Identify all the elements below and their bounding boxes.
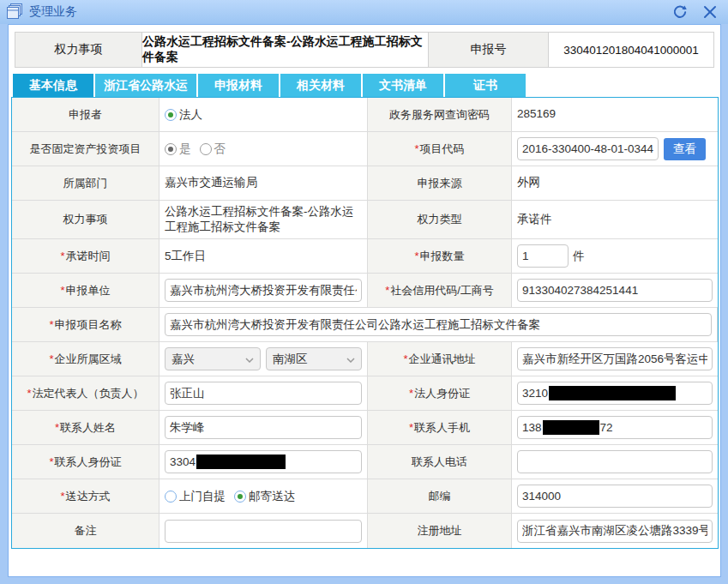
label-text-gov-service-query-password: 政务服务网查询密码: [389, 107, 490, 123]
value-application-source: 外网: [512, 166, 718, 200]
value-enterprise-region: 嘉兴南湖区: [159, 342, 368, 376]
social-credit-code-input[interactable]: [517, 279, 713, 302]
label-text-contact-mobile: 联系人手机: [414, 420, 470, 436]
contact-mobile-visible-text: 138: [522, 421, 542, 434]
tab-document-list[interactable]: 文书清单: [363, 74, 443, 97]
radio-circle-icon: [165, 491, 177, 503]
power-type-text: 承诺件: [517, 212, 552, 227]
radio-circle-icon: [234, 491, 246, 503]
header-row: 权力事项 公路水运工程招标文件备案-公路水运工程施工招标文件备案 申报号 330…: [15, 32, 714, 68]
label-text-fixed-asset-investment-project: 是否固定资产投资项目: [30, 141, 141, 157]
form-row: *企业所属区域嘉兴南湖区*企业通讯地址: [12, 342, 718, 376]
department-text: 嘉兴市交通运输局: [165, 175, 257, 190]
contact-id-visible-text: 3304: [170, 455, 196, 468]
delivery-method-radio-0[interactable]: 上门自提: [165, 489, 226, 504]
required-asterisk: *: [49, 455, 53, 468]
form-row: *联系人姓名*联系人手机13872: [12, 411, 718, 445]
project-code-input[interactable]: [517, 137, 659, 160]
project-code-view-button[interactable]: 查看: [664, 138, 706, 160]
contact-mobile-visible-text: 72: [600, 421, 613, 434]
tab-application-materials[interactable]: 申报材料: [198, 74, 279, 97]
value-contact-name: [159, 411, 368, 444]
legal-person-id-input[interactable]: 3210: [517, 382, 713, 405]
form-row: *申报项目名称: [12, 308, 718, 342]
value-remarks: [159, 514, 368, 548]
enterprise-region-select-0[interactable]: 嘉兴: [165, 347, 261, 370]
value-power-type: 承诺件: [512, 201, 718, 238]
label-enterprise-region: *企业所属区域: [12, 342, 159, 376]
label-text-contact-id: 联系人身份证: [55, 455, 122, 470]
applicant-type-radio-0[interactable]: 法人: [165, 107, 202, 123]
titlebar: 受理业务: [0, 0, 728, 24]
value-legal-person-id: 3210: [512, 376, 718, 410]
application-no-value: 330401201804041000001: [549, 33, 713, 67]
value-application-quantity: 件: [512, 239, 718, 273]
label-text-power-item: 权力事项: [63, 212, 108, 227]
application-no-label: 申报号: [429, 33, 549, 67]
contact-name-input[interactable]: [165, 416, 362, 439]
required-asterisk: *: [409, 421, 413, 434]
label-application-project-name: *申报项目名称: [12, 308, 159, 341]
delivery-method-radio-label-1: 邮寄送达: [249, 489, 295, 504]
legal-representative-input[interactable]: [165, 382, 362, 405]
postal-code-input[interactable]: [517, 485, 713, 508]
label-applicant-type: 申报者: [12, 98, 159, 131]
required-asterisk: *: [49, 352, 53, 365]
remarks-input[interactable]: [165, 520, 362, 543]
label-power-type: 权力类型: [368, 201, 512, 238]
required-asterisk: *: [60, 250, 64, 262]
label-legal-person-id: *法人身份证: [368, 376, 512, 410]
label-text-enterprise-mailing-address: 企业通讯地址: [409, 352, 476, 367]
label-gov-service-query-password: 政务服务网查询密码: [368, 98, 512, 131]
required-asterisk: *: [403, 352, 407, 365]
applicant-unit-input[interactable]: [165, 279, 362, 302]
label-text-legal-representative: 法定代表人（负责人）: [33, 386, 144, 401]
tab-bar: 基本信息浙江省公路水运申报材料相关材料文书清单证书: [13, 74, 720, 97]
label-text-department: 所属部门: [63, 176, 108, 191]
application-quantity-input[interactable]: [517, 244, 569, 268]
label-fixed-asset-investment-project: 是否固定资产投资项目: [12, 132, 159, 166]
enterprise-region-select-1[interactable]: 南湖区: [266, 347, 362, 370]
legal-person-id-visible-text: 3210: [522, 387, 548, 400]
required-asterisk: *: [414, 142, 418, 155]
label-application-quantity: *申报数量: [368, 239, 512, 273]
label-text-registered-address: 注册地址: [418, 523, 462, 539]
form-row: 权力事项公路水运工程招标文件备案-公路水运工程施工招标文件备案权力类型承诺件: [12, 201, 718, 239]
refresh-button[interactable]: [671, 3, 689, 21]
label-text-applicant-unit: 申报单位: [66, 283, 111, 298]
window-actions: [671, 3, 718, 21]
required-asterisk: *: [385, 284, 389, 297]
tab-basic-info[interactable]: 基本信息: [13, 74, 93, 97]
contact-id-input[interactable]: 3304: [165, 450, 362, 473]
radio-circle-icon: [165, 143, 177, 155]
label-department: 所属部门: [12, 166, 159, 200]
label-legal-representative: *法定代表人（负责人）: [12, 376, 159, 410]
application-quantity-unit-label: 件: [573, 249, 585, 264]
label-enterprise-mailing-address: *企业通讯地址: [368, 342, 512, 376]
label-text-application-project-name: 申报项目名称: [55, 317, 122, 333]
tab-related-materials[interactable]: 相关材料: [280, 74, 361, 97]
contact-mobile-input[interactable]: 13872: [517, 416, 713, 439]
tab-certificate[interactable]: 证书: [445, 74, 526, 97]
label-text-contact-phone: 联系人电话: [412, 455, 467, 470]
label-text-postal-code: 邮编: [429, 489, 451, 504]
registered-address-input[interactable]: [517, 520, 713, 543]
required-asterisk: *: [409, 387, 413, 400]
label-text-enterprise-region: 企业所属区域: [55, 352, 122, 367]
gov-service-query-password-text: 285169: [517, 106, 556, 122]
delivery-method-radio-1[interactable]: 邮寄送达: [234, 489, 295, 504]
label-text-social-credit-code: 社会信用代码/工商号: [390, 283, 494, 298]
enterprise-mailing-address-input[interactable]: [517, 347, 713, 370]
label-contact-id: *联系人身份证: [12, 445, 159, 479]
application-project-name-input[interactable]: [165, 313, 712, 336]
contact-phone-input[interactable]: [517, 450, 713, 473]
close-button[interactable]: [702, 4, 718, 20]
label-text-power-type: 权力类型: [418, 212, 462, 227]
label-postal-code: 邮编: [368, 479, 512, 513]
required-asterisk: *: [49, 318, 53, 331]
label-contact-name: *联系人姓名: [12, 411, 159, 444]
application-source-text: 外网: [517, 175, 540, 190]
tab-zhejiang-highway-water-transport[interactable]: 浙江省公路水运: [95, 74, 196, 97]
value-contact-mobile: 13872: [512, 411, 718, 444]
value-social-credit-code: [512, 274, 718, 307]
